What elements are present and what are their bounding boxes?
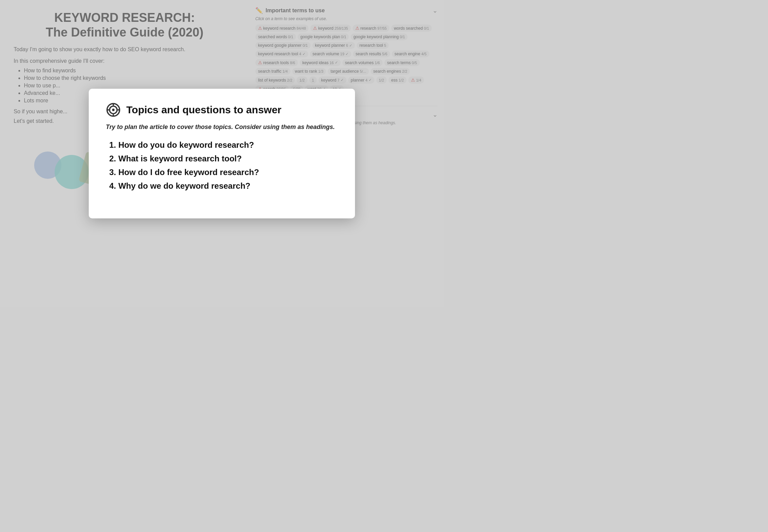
modal-subtitle: Try to plan the article to cover those t… (106, 124, 338, 131)
modal-question-item: 4. Why do we do keyword research? (109, 181, 338, 191)
modal-target-icon (106, 102, 121, 117)
svg-point-9 (112, 109, 114, 111)
topics-modal: Topics and questions to answer Try to pl… (89, 89, 355, 218)
modal-question-item: 2. What is keyword research tool? (109, 154, 338, 163)
modal-header: Topics and questions to answer (106, 102, 338, 117)
modal-title: Topics and questions to answer (126, 104, 282, 116)
modal-question-item: 3. How do I do free keyword research? (109, 168, 338, 177)
modal-questions-list: 1. How do you do keyword research? 2. Wh… (106, 140, 338, 191)
modal-question-item: 1. How do you do keyword research? (109, 140, 338, 150)
